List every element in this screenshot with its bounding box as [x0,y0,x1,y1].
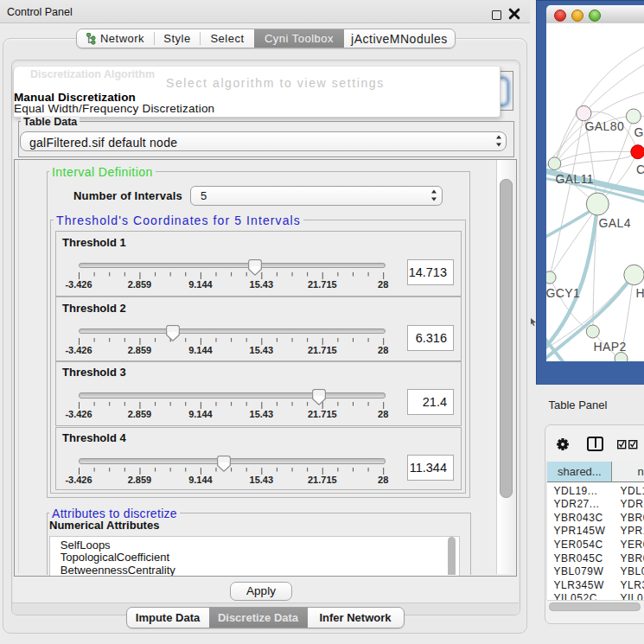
svg-text:GCY1: GCY1 [546,286,580,300]
svg-text:GAL11: GAL11 [555,172,594,186]
svg-text:GAL4: GAL4 [598,216,630,230]
svg-text:GAL80: GAL80 [584,119,624,133]
svg-text:C: C [636,163,644,176]
svg-text:HAP2: HAP2 [593,340,626,354]
svg-text:GA: GA [634,125,644,139]
svg-text:H: H [635,286,644,300]
